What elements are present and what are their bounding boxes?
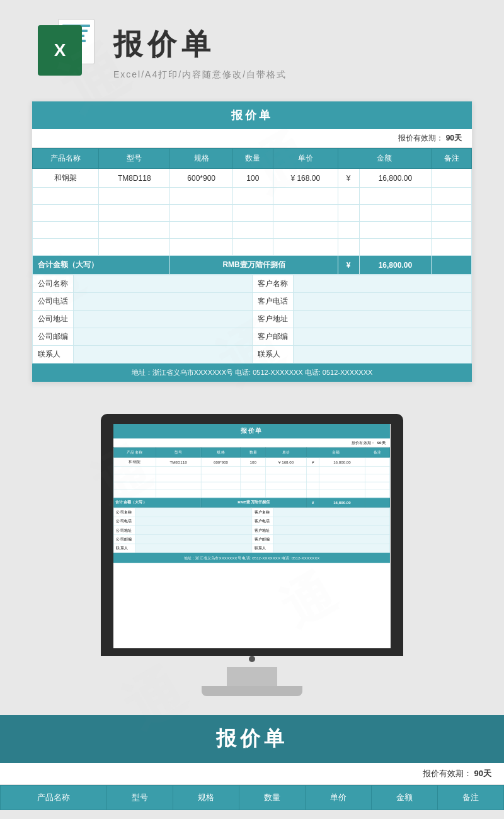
total-currency: ¥ xyxy=(338,256,359,275)
total-rmb-text: RMB壹万陆仟捌佰 xyxy=(170,256,338,275)
table-row xyxy=(33,239,472,256)
total-amount: 16,800.00 xyxy=(359,256,431,275)
total-row: 合计金额（大写） RMB壹万陆仟捌佰 ¥ 16,800.00 xyxy=(33,256,472,275)
small-table-row xyxy=(113,466,390,474)
invoice-footer: 地址：浙江省义乌市XXXXXXX号 电话: 0512-XXXXXXX 电话: 0… xyxy=(32,364,472,382)
small-table-row xyxy=(113,482,390,490)
cell-price: ¥ 168.00 xyxy=(273,169,338,188)
customer-zip-value xyxy=(293,328,472,346)
bottom-invoice-bar: 报价单 xyxy=(0,715,504,763)
bottom-col-price: 单价 xyxy=(305,786,371,810)
invoice-header: 报价单 xyxy=(32,101,472,129)
bottom-content: 报价有效期： 90天 产品名称 型号 规格 数量 单价 金额 备注 xyxy=(0,763,504,810)
customer-zip-label: 客户邮编 xyxy=(252,328,293,346)
table-row xyxy=(33,205,472,222)
table-header-row: 产品名称 型号 规格 数量 单价 金额 备注 xyxy=(33,149,472,169)
bottom-validity-value: 90天 xyxy=(474,769,491,778)
monitor-screen: 报价单 报价有效期： 90天 产品名称 型号 规格 数量 单价 金额 备注 xyxy=(113,424,391,648)
cell-amount-value: 16,800.00 xyxy=(359,169,431,188)
company-addr-value xyxy=(74,311,253,328)
bottom-col-model: 型号 xyxy=(106,786,173,810)
col-product: 产品名称 xyxy=(33,149,99,169)
small-table: 产品名称 型号 规格 数量 单价 金额 备注 和钢架 xyxy=(113,447,390,507)
company-contact-value xyxy=(74,346,253,364)
app-icon: X xyxy=(38,19,94,82)
main-title: 报价单 xyxy=(113,25,466,64)
validity-row: 报价有效期： 90天 xyxy=(32,129,472,148)
customer-addr-label: 客户地址 xyxy=(252,311,293,328)
bottom-col-remark: 备注 xyxy=(437,786,503,810)
customer-phone-value xyxy=(293,293,472,311)
total-remark xyxy=(432,256,472,275)
bottom-table: 产品名称 型号 规格 数量 单价 金额 备注 xyxy=(0,785,504,810)
info-section: 公司名称 客户名称 公司电话 客户电话 公司地址 客户地址 公司邮编 客户邮编 … xyxy=(32,275,472,364)
small-invoice: 报价单 报价有效期： 90天 产品名称 型号 规格 数量 单价 金额 备注 xyxy=(113,424,390,563)
company-name-value xyxy=(74,275,253,293)
customer-contact-value xyxy=(293,346,472,364)
bottom-col-product: 产品名称 xyxy=(1,786,107,810)
bottom-col-qty: 数量 xyxy=(239,786,305,810)
bottom-title: 报价单 xyxy=(0,725,504,753)
customer-addr-value xyxy=(293,311,472,328)
monitor-dot xyxy=(249,656,255,662)
small-table-row xyxy=(113,474,390,482)
monitor-neck xyxy=(227,667,277,686)
cell-model: TM8D118 xyxy=(99,169,170,188)
customer-name-value xyxy=(293,275,472,293)
company-zip-label: 公司邮编 xyxy=(33,328,74,346)
bottom-col-amount: 金额 xyxy=(371,786,437,810)
customer-name-label: 客户名称 xyxy=(252,275,293,293)
bottom-section: 报价单 报价有效期： 90天 产品名称 型号 规格 数量 单价 金额 备注 xyxy=(0,715,504,810)
col-price: 单价 xyxy=(273,149,338,169)
header-section: X 报价单 Excel/A4打印/内容随意修改/自带格式 xyxy=(0,0,504,101)
cell-spec: 600*900 xyxy=(170,169,233,188)
validity-label: 报价有效期： xyxy=(398,134,444,142)
bottom-validity: 报价有效期： 90天 xyxy=(0,763,504,785)
customer-phone-label: 客户电话 xyxy=(252,293,293,311)
small-table-row xyxy=(113,490,390,497)
invoice-preview-card: 报价单 报价有效期： 90天 产品名称 型号 规格 数量 单价 金额 备注 和钢… xyxy=(32,101,472,382)
total-label: 合计金额（大写） xyxy=(33,256,170,275)
small-table-header: 产品名称 型号 规格 数量 单价 金额 备注 xyxy=(113,448,390,458)
cell-qty: 100 xyxy=(232,169,273,188)
col-remark: 备注 xyxy=(432,149,472,169)
company-zip-value xyxy=(74,328,253,346)
customer-contact-label: 联系人 xyxy=(252,346,293,364)
company-contact-label: 联系人 xyxy=(33,346,74,364)
company-phone-value xyxy=(74,293,253,311)
table-row xyxy=(33,188,472,205)
company-name-label: 公司名称 xyxy=(33,275,74,293)
small-footer: 地址：浙江省义乌市XXXXXXX号 电话: 0512-XXXXXXX 电话: 0… xyxy=(113,553,390,563)
small-validity: 报价有效期： 90天 xyxy=(113,438,390,447)
table-row: 和钢架 TM8D118 600*900 100 ¥ 168.00 ¥ 16,80… xyxy=(33,169,472,188)
bottom-validity-label: 报价有效期： xyxy=(423,769,472,778)
small-table-row: 和钢架 TM8D118 600*900 100 ¥ 168.00 ¥ 16,80… xyxy=(113,457,390,466)
info-row: 公司邮编 客户邮编 xyxy=(33,328,472,346)
table-row xyxy=(33,222,472,239)
cell-amount-symbol: ¥ xyxy=(338,169,359,188)
col-qty: 数量 xyxy=(232,149,273,169)
monitor-container: 报价单 报价有效期： 90天 产品名称 型号 规格 数量 单价 金额 备注 xyxy=(101,414,403,696)
small-invoice-header: 报价单 xyxy=(113,424,390,438)
cell-product: 和钢架 xyxy=(33,169,99,188)
monitor-frame: 报价单 报价有效期： 90天 产品名称 型号 规格 数量 单价 金额 备注 xyxy=(101,414,403,656)
small-info: 公司名称 客户名称 公司电话 客户电话 公司地址 xyxy=(113,508,390,553)
company-phone-label: 公司电话 xyxy=(33,293,74,311)
excel-icon: X xyxy=(38,25,82,76)
info-row: 公司电话 客户电话 xyxy=(33,293,472,311)
company-addr-label: 公司地址 xyxy=(33,311,74,328)
validity-value: 90天 xyxy=(446,134,462,142)
col-spec: 规格 xyxy=(170,149,233,169)
subtitle: Excel/A4打印/内容随意修改/自带格式 xyxy=(113,69,466,81)
info-row: 公司地址 客户地址 xyxy=(33,311,472,328)
col-amount: 金额 xyxy=(338,149,431,169)
title-area: 报价单 Excel/A4打印/内容随意修改/自带格式 xyxy=(113,19,466,81)
monitor-section: 报价单 报价有效期： 90天 产品名称 型号 规格 数量 单价 金额 备注 xyxy=(0,401,504,715)
invoice-table: 产品名称 型号 规格 数量 单价 金额 备注 和钢架 TM8D118 600*9… xyxy=(32,148,472,275)
col-model: 型号 xyxy=(99,149,170,169)
bottom-table-header: 产品名称 型号 规格 数量 单价 金额 备注 xyxy=(1,786,504,810)
bottom-col-spec: 规格 xyxy=(173,786,239,810)
info-row: 公司名称 客户名称 xyxy=(33,275,472,293)
info-row: 联系人 联系人 xyxy=(33,346,472,364)
monitor-base xyxy=(202,686,302,696)
